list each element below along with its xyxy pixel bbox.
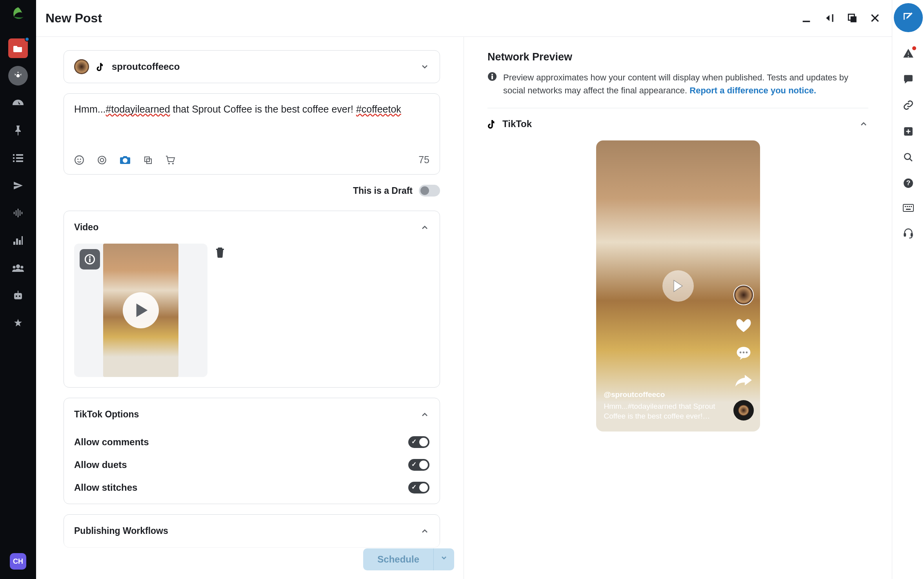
notification-dot bbox=[25, 37, 29, 42]
right-rail: ? bbox=[892, 0, 924, 579]
minimize-icon[interactable] bbox=[801, 13, 812, 24]
alert-dot bbox=[912, 46, 916, 50]
keyboard-icon[interactable] bbox=[903, 204, 914, 212]
info-icon bbox=[487, 71, 497, 97]
workflows-title: Publishing Workflows bbox=[74, 526, 168, 536]
svg-rect-36 bbox=[907, 206, 908, 207]
collapse-right-icon[interactable] bbox=[824, 13, 835, 24]
allow-comments-toggle[interactable] bbox=[408, 436, 429, 448]
svg-point-4 bbox=[16, 295, 17, 297]
alerts-icon[interactable] bbox=[903, 48, 914, 58]
chevron-up-icon[interactable] bbox=[420, 223, 429, 232]
svg-point-15 bbox=[124, 159, 127, 162]
tiktok-options-section: TikTok Options Allow comments Allow duet… bbox=[64, 398, 440, 504]
profile-selector[interactable]: sproutcoffeeco bbox=[64, 50, 440, 83]
main-area: New Post sproutcoffeeco bbox=[36, 0, 892, 579]
svg-rect-35 bbox=[905, 206, 906, 207]
allow-stitches-toggle[interactable] bbox=[408, 482, 429, 493]
search-icon[interactable] bbox=[903, 152, 913, 162]
preview-column: Network Preview Preview approximates how… bbox=[464, 37, 892, 579]
svg-point-0 bbox=[16, 264, 20, 268]
draft-toggle[interactable] bbox=[419, 185, 440, 197]
svg-point-14 bbox=[100, 158, 104, 162]
page-title: New Post bbox=[45, 11, 102, 25]
nav-star[interactable] bbox=[8, 313, 28, 333]
svg-point-24 bbox=[491, 74, 493, 75]
svg-point-31 bbox=[904, 153, 910, 159]
nav-inbox[interactable] bbox=[8, 38, 28, 58]
copy-icon[interactable] bbox=[143, 155, 153, 165]
svg-point-12 bbox=[80, 158, 81, 160]
heart-icon[interactable] bbox=[736, 319, 751, 333]
allow-duets-label: Allow duets bbox=[74, 459, 127, 470]
nav-compose[interactable] bbox=[8, 66, 28, 86]
chat-icon[interactable] bbox=[903, 74, 913, 84]
add-icon[interactable] bbox=[903, 126, 913, 137]
svg-rect-40 bbox=[904, 233, 906, 237]
character-count: 75 bbox=[418, 154, 429, 166]
nav-send[interactable] bbox=[8, 176, 28, 195]
schedule-dropdown-button[interactable] bbox=[433, 548, 454, 570]
chevron-up-icon[interactable] bbox=[859, 119, 868, 129]
link-icon[interactable] bbox=[903, 100, 914, 111]
schedule-button[interactable]: Schedule bbox=[363, 548, 433, 570]
preview-header: Network Preview bbox=[487, 51, 868, 63]
compose-fab[interactable] bbox=[894, 3, 923, 32]
app-logo[interactable] bbox=[9, 5, 27, 23]
nav-analytics[interactable] bbox=[8, 231, 28, 250]
user-avatar-chip[interactable]: CH bbox=[10, 553, 26, 570]
titlebar: New Post bbox=[36, 0, 892, 37]
svg-point-27 bbox=[739, 351, 741, 353]
preview-profile-avatar[interactable] bbox=[733, 285, 754, 305]
nav-bot[interactable] bbox=[8, 286, 28, 305]
chevron-up-icon[interactable] bbox=[420, 410, 429, 419]
svg-rect-9 bbox=[851, 16, 857, 22]
svg-point-29 bbox=[746, 351, 748, 353]
svg-rect-3 bbox=[14, 293, 22, 299]
svg-point-21 bbox=[89, 256, 91, 258]
comment-icon[interactable] bbox=[736, 346, 751, 360]
draft-label: This is a Draft bbox=[353, 186, 413, 196]
svg-rect-22 bbox=[89, 259, 91, 262]
share-icon[interactable] bbox=[735, 373, 752, 387]
svg-point-13 bbox=[98, 156, 106, 164]
target-icon[interactable] bbox=[97, 155, 107, 165]
profile-handle: sproutcoffeeco bbox=[112, 61, 180, 72]
svg-rect-6 bbox=[18, 291, 18, 293]
sound-disc-icon[interactable] bbox=[733, 400, 754, 421]
report-difference-link[interactable]: Report a difference you notice. bbox=[689, 86, 816, 95]
video-thumbnail[interactable] bbox=[74, 244, 207, 377]
svg-point-1 bbox=[13, 266, 16, 269]
video-section-title: Video bbox=[74, 222, 98, 233]
support-icon[interactable] bbox=[903, 228, 914, 239]
nav-dashboard[interactable] bbox=[8, 93, 28, 113]
composer-textarea[interactable]: Hmm...#todayilearned that Sprout Coffee … bbox=[64, 94, 440, 149]
emoji-icon[interactable] bbox=[74, 155, 84, 165]
svg-point-28 bbox=[742, 351, 744, 353]
svg-point-18 bbox=[168, 163, 170, 164]
camera-icon[interactable] bbox=[120, 155, 131, 165]
svg-point-11 bbox=[77, 158, 78, 160]
preview-handle: @sproutcoffeeco bbox=[604, 390, 725, 400]
nav-people[interactable] bbox=[8, 258, 28, 278]
svg-point-5 bbox=[19, 295, 20, 297]
footer-bar: Schedule bbox=[36, 540, 464, 579]
svg-rect-34 bbox=[903, 204, 913, 211]
play-icon[interactable] bbox=[662, 270, 694, 302]
nav-audio[interactable] bbox=[8, 203, 28, 223]
help-icon[interactable]: ? bbox=[903, 178, 913, 188]
nav-pin[interactable] bbox=[8, 121, 28, 140]
cart-icon[interactable] bbox=[165, 155, 175, 165]
close-icon[interactable] bbox=[870, 13, 880, 24]
allow-stitches-label: Allow stitches bbox=[74, 482, 137, 493]
nav-list[interactable] bbox=[8, 148, 28, 168]
delete-video-button[interactable] bbox=[215, 244, 225, 377]
allow-duets-toggle[interactable] bbox=[408, 459, 429, 471]
svg-rect-41 bbox=[910, 233, 913, 237]
preview-caption: Hmm...#todayilearned that Sprout Coffee … bbox=[604, 401, 725, 421]
svg-point-19 bbox=[172, 163, 174, 164]
svg-rect-25 bbox=[491, 76, 493, 79]
info-icon[interactable] bbox=[80, 249, 100, 269]
duplicate-icon[interactable] bbox=[847, 13, 857, 24]
chevron-up-icon[interactable] bbox=[420, 526, 429, 536]
